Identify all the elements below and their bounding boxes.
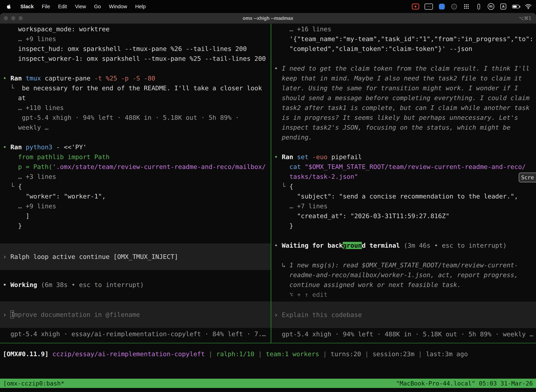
text-segment: p = Path( — [3, 163, 53, 170]
text-segment: d terminal — [362, 242, 400, 249]
text-segment: cczip/essay/ai-reimplementation-copyleft — [48, 350, 205, 358]
app-menu-view[interactable]: View — [75, 4, 86, 9]
text-segment: inspect_hud: omx sparkshell --tmux-pane … — [3, 45, 247, 52]
terminal-line: } — [271, 221, 536, 231]
text-segment: session:23m — [373, 350, 414, 358]
text-segment: from pathlib import Path — [3, 153, 110, 160]
text-segment: › — [274, 311, 282, 318]
text-segment: pending. — [274, 134, 312, 141]
text-segment: … +7 lines — [274, 202, 327, 210]
app-menu-help[interactable]: Help — [135, 4, 146, 9]
terminal-line: … +9 lines — [0, 201, 271, 211]
text-segment: gpt-5.4 xhigh · 94% left · 488K in · 5.1… — [3, 114, 239, 121]
text-segment: • — [274, 242, 282, 249]
omx-status-line: [OMX#0.11.9] cczip/essay/ai-reimplementa… — [0, 349, 536, 359]
dots-grid-icon[interactable] — [463, 3, 470, 10]
app-menu-go[interactable]: Go — [94, 4, 101, 9]
text-segment: be necessary for the end of the README. … — [22, 84, 262, 92]
window-titlebar[interactable]: omx --xhigh --madmax ⌥⌘1 — [0, 13, 536, 24]
screen-recording-icon[interactable] — [412, 3, 419, 10]
terminal-line: later. Using the same for transition mig… — [271, 83, 536, 93]
text-segment: is in progress? It seems likely but perh… — [274, 114, 518, 121]
text-segment: "created_at": "2026-03-31T11:59:27.816Z" — [274, 212, 450, 219]
link-app-icon[interactable] — [438, 3, 445, 10]
terminal-line — [271, 54, 536, 64]
terminal-line: "subject": "send a concise recommendatio… — [271, 191, 536, 201]
text-segment: (6m 38s • esc to interrupt) — [37, 281, 144, 288]
keyboard-glyph: ⋯ — [425, 4, 433, 10]
battery-glyph — [512, 5, 519, 9]
text-segment: -t %25 -p -S -80 — [94, 75, 155, 82]
keyboard-icon[interactable]: ⋯ — [425, 3, 433, 10]
text-segment: • — [274, 153, 282, 160]
terminal-line: inspect_hud: omx sparkshell --tmux-pane … — [0, 44, 271, 54]
text-segment: inspect_worker-1: omx sparkshell --tmux-… — [3, 55, 266, 62]
text-segment: • — [3, 75, 10, 82]
terminal-line: continue assigned work or next feasible … — [271, 280, 536, 290]
text-segment: } — [3, 222, 22, 229]
wifi-icon[interactable] — [525, 3, 532, 10]
menu-bar: Slack FileEditViewGoWindowHelp ⋯ 61 A — [0, 0, 536, 13]
input-box[interactable]: › Explain this codebase — [271, 302, 536, 328]
terminal-line: at — [0, 93, 271, 103]
terminal-line: … +16 lines — [271, 24, 536, 34]
terminal-line — [0, 132, 271, 142]
text-segment: ] — [3, 212, 29, 219]
battery-percent-icon[interactable]: 61 — [488, 3, 494, 10]
dots-glyph — [464, 4, 469, 9]
terminal-line: gpt-5.4 xhigh · 94% left · 488K in · 5.1… — [271, 329, 536, 339]
text-segment: capture-pane — [41, 75, 94, 82]
sidecar-pill-icon[interactable] — [475, 3, 482, 10]
text-segment: cat — [289, 163, 301, 170]
tmux-host-clock-label: "MacBook-Pro-44.local" 05:03 31-Mar-26 — [396, 380, 533, 387]
text-segment: '.omx/state/team/review-current-readme-a… — [53, 163, 266, 170]
app-menu-file[interactable]: File — [42, 4, 50, 9]
text-segment: └ — [3, 84, 22, 92]
text-segment: • — [3, 281, 10, 288]
tmux-session-label: [omx-cczip0:bash* — [3, 380, 64, 387]
input-box[interactable]: › Improve documentation in @filename — [0, 301, 271, 328]
dark-circle-glyph — [451, 4, 457, 9]
pane-right[interactable]: … +16 lines '{"team_name":"my-team","tas… — [271, 24, 536, 343]
text-segment: … +16 lines — [274, 25, 331, 33]
text-segment: task2 after task1 is complete, but can I… — [274, 104, 530, 111]
window-shortcut: ⌥⌘1 — [519, 13, 531, 23]
battery-icon[interactable] — [512, 3, 519, 10]
app-menu-window[interactable]: Window — [109, 4, 127, 9]
text-segment: "$OMX_TEAM_STATE_ROOT/team/review-curren… — [305, 163, 526, 170]
pane-left[interactable]: workspace_mode: worktree … +9 lines insp… — [0, 24, 271, 343]
terminal-line: • Working (6m 38s • esc to interrupt) — [0, 280, 271, 290]
terminal-line — [0, 64, 271, 73]
apple-menu[interactable] — [5, 3, 12, 10]
terminal-line: inspect task2's JSON, focusing on the st… — [271, 123, 536, 132]
terminal-block: workspace_mode: worktree … +9 lines insp… — [0, 24, 271, 231]
text-segment: { — [289, 183, 293, 190]
terminal-line: tasks/task-2.json" — [271, 172, 536, 182]
terminal-line: task2 after task1 is complete, but can I… — [271, 103, 536, 113]
app-menu-edit[interactable]: Edit — [58, 4, 67, 9]
text-segment: inspect task2's JSON, focusing on the st… — [274, 124, 511, 131]
terminal-line — [271, 231, 536, 241]
text-segment: weekly … — [3, 124, 48, 131]
text-segment: Ralph loop active continue [OMX_TMUX_INJ… — [10, 253, 178, 260]
horizontal-divider — [0, 343, 536, 343]
screen-share-tooltip: Scre — [519, 173, 536, 182]
terminal-line: is in progress? It seems likely but perh… — [271, 113, 536, 123]
input-box[interactable]: › Ralph loop active continue [OMX_TMUX_I… — [0, 243, 271, 270]
terminal-line: "completed","claim_token":"claim-token"}… — [271, 44, 536, 54]
text-segment: └ — [3, 183, 18, 190]
dark-circle-icon[interactable] — [450, 3, 458, 10]
text-segment: at — [3, 94, 26, 102]
terminal-line: inspect_worker-1: omx sparkshell --tmux-… — [0, 54, 271, 64]
text-segment: -euo — [312, 153, 328, 160]
terminal-line: … +110 lines — [0, 103, 271, 113]
terminal-line: keep that in mind. Maybe I also need the… — [271, 73, 536, 83]
text-segment: set — [297, 153, 308, 160]
text-segment: › — [3, 253, 10, 260]
terminal-line: gpt-5.4 xhigh · 94% left · 488K in · 5.1… — [0, 113, 271, 123]
text-segment: Ran — [10, 144, 22, 151]
terminal-block: • Working (6m 38s • esc to interrupt) — [0, 280, 271, 290]
input-source-icon[interactable]: A — [500, 3, 507, 10]
app-menu-slack[interactable]: Slack — [20, 4, 34, 9]
text-segment — [293, 153, 297, 160]
